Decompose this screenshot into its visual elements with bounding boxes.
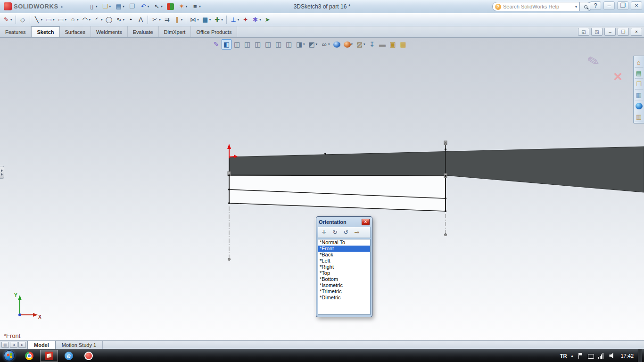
point-icon[interactable]: • xyxy=(126,15,136,25)
repair-sketch-icon[interactable]: ✦ xyxy=(240,15,250,25)
viewport-toggle-left-icon[interactable]: ◱ xyxy=(578,28,589,36)
dropdown-arrow-icon[interactable]: ▾ xyxy=(159,18,161,22)
move-entities-icon[interactable]: ✚▾ xyxy=(212,15,224,25)
orientation-item-bottom[interactable]: *Bottom xyxy=(318,276,370,282)
tab-model[interactable]: Model xyxy=(27,341,56,349)
sketch-origin[interactable] xyxy=(227,144,238,158)
tab-office-products[interactable]: Office Products xyxy=(191,26,237,37)
graphics-area[interactable]: ✎◧◫◫◫◫◫◫◨▾◩▾∞▾▾▨▾↧▬▣▤ xyxy=(0,38,644,340)
language-indicator[interactable]: TR xyxy=(560,353,567,359)
offset-entities-icon[interactable]: ∥▾ xyxy=(172,15,184,25)
mirror-entities-icon[interactable]: ⋈▾ xyxy=(188,15,200,25)
quick-snaps-icon[interactable]: ✱▾ xyxy=(250,15,263,25)
text-icon[interactable]: A xyxy=(136,15,146,25)
clock[interactable]: 17:42 xyxy=(620,353,634,359)
close-button[interactable]: × xyxy=(631,1,642,10)
convert-entities-icon[interactable]: ⇉ xyxy=(162,15,172,25)
tab-features[interactable]: Features xyxy=(0,26,31,37)
dropdown-arrow-icon[interactable]: ▾ xyxy=(186,5,188,8)
display-settings-icon[interactable] xyxy=(588,354,594,359)
tray-expand-icon[interactable]: ▴ xyxy=(571,354,573,358)
reset-standard-views-icon[interactable]: ↺ xyxy=(341,228,351,237)
undo-icon[interactable]: ↶▾ xyxy=(139,1,151,12)
dropdown-arrow-icon[interactable]: ▾ xyxy=(259,18,261,22)
dropdown-arrow-icon[interactable]: ▾ xyxy=(221,18,223,22)
dropdown-arrow-icon[interactable]: ▾ xyxy=(89,18,91,22)
solidworks-logo[interactable]: SOLIDWORKS ▸ xyxy=(0,2,67,10)
network-icon[interactable] xyxy=(598,353,605,359)
edit-sketch-icon[interactable]: ✎▾ xyxy=(1,15,14,25)
dropdown-arrow-icon[interactable]: ▾ xyxy=(96,5,98,8)
dropdown-arrow-icon[interactable]: ▾ xyxy=(238,18,239,22)
options-icon[interactable]: ✶▾ xyxy=(177,1,189,12)
dropdown-arrow-icon[interactable]: ▾ xyxy=(197,18,199,22)
endpoint-dot[interactable] xyxy=(445,175,446,177)
new-view-icon[interactable]: ✛ xyxy=(319,228,329,237)
orientation-item-isometric[interactable]: *Isometric xyxy=(318,282,370,288)
endpoint-dot[interactable] xyxy=(228,174,230,176)
display-relations-icon[interactable]: ⊥▾ xyxy=(229,15,241,25)
sketch-fillet-icon[interactable]: ◜▾ xyxy=(92,15,104,25)
dropdown-arrow-icon[interactable]: ▾ xyxy=(101,18,103,22)
dropdown-arrow-icon[interactable]: ▾ xyxy=(209,18,211,22)
dropdown-arrow-icon[interactable]: ▾ xyxy=(109,5,111,8)
orientation-item-dimetric[interactable]: *Dimetric xyxy=(318,295,370,301)
search-dropdown-icon[interactable]: ▾ xyxy=(575,5,577,9)
orientation-item-back[interactable]: *Back xyxy=(318,252,370,258)
part-face-band[interactable] xyxy=(229,175,446,211)
polygon-icon[interactable]: ◯ xyxy=(104,15,114,25)
endpoint-dot[interactable] xyxy=(324,153,326,155)
linear-pattern-icon[interactable]: ▦▾ xyxy=(200,15,213,25)
restore-button[interactable]: ❐ xyxy=(617,1,628,10)
endpoint-dot[interactable] xyxy=(445,148,446,150)
pin-icon[interactable]: ⊸ xyxy=(352,228,362,237)
orientation-item-front[interactable]: *Front xyxy=(318,246,370,252)
dropdown-arrow-icon[interactable]: ▾ xyxy=(10,18,12,22)
publish-icon[interactable]: ❐ xyxy=(127,1,137,12)
circle-icon[interactable]: ○▾ xyxy=(68,15,80,25)
construction-point[interactable] xyxy=(445,143,447,145)
internet-explorer-taskbar-icon[interactable]: e xyxy=(60,350,78,362)
confirm-sketch-icon[interactable]: ✎ xyxy=(586,51,601,70)
orientation-item-right[interactable]: *Right xyxy=(318,264,370,270)
tab-motion-study-1[interactable]: Motion Study 1 xyxy=(56,341,103,349)
show-desktop-button[interactable] xyxy=(638,349,642,362)
smart-dimension-icon[interactable]: ◇ xyxy=(18,15,28,25)
doc-close-button[interactable]: × xyxy=(631,28,642,36)
design-library-icon[interactable]: ▤ xyxy=(635,68,644,79)
tab-surfaces[interactable]: Surfaces xyxy=(60,26,91,37)
tab-sketch[interactable]: Sketch xyxy=(31,26,59,37)
start-button[interactable] xyxy=(4,350,15,361)
dropdown-arrow-icon[interactable]: ▾ xyxy=(199,5,201,8)
endpoint-dot[interactable] xyxy=(228,189,230,190)
dropdown-arrow-icon[interactable]: ▾ xyxy=(41,18,43,22)
save-icon[interactable]: ▤▾ xyxy=(114,1,126,12)
dropdown-arrow-icon[interactable]: ▾ xyxy=(148,5,149,8)
orientation-dialog-titlebar[interactable]: Orientation × xyxy=(317,218,371,226)
orientation-item-top[interactable]: *Top xyxy=(318,270,370,276)
custom-properties-icon[interactable]: ▥ xyxy=(635,111,644,122)
file-properties-icon[interactable]: ≡▾ xyxy=(190,1,202,12)
tab-dimxpert[interactable]: DimXpert xyxy=(159,26,191,37)
endpoint-dot[interactable] xyxy=(445,197,446,199)
spline-icon[interactable]: ∿▾ xyxy=(114,15,126,25)
orientation-item-normalto[interactable]: *Normal To xyxy=(318,239,370,246)
dropdown-arrow-icon[interactable]: ▾ xyxy=(77,18,79,22)
tab-evaluate[interactable]: Evaluate xyxy=(128,26,159,37)
pane-splitter-icon[interactable]: ▥ xyxy=(1,342,9,348)
dropdown-arrow-icon[interactable]: ▾ xyxy=(181,18,183,22)
viewport-toggle-right-icon[interactable]: ◳ xyxy=(591,28,603,36)
doc-restore-button[interactable]: ❐ xyxy=(618,28,629,36)
solidworks-resources-icon[interactable]: ⌂ xyxy=(635,57,644,68)
tab-scroll-right-icon[interactable]: ▸ xyxy=(18,342,26,348)
dropdown-arrow-icon[interactable]: ▾ xyxy=(123,18,125,22)
orientation-item-left[interactable]: *Left xyxy=(318,258,370,264)
chrome-taskbar-icon[interactable] xyxy=(20,350,38,362)
search-input[interactable]: ? Search SolidWorks Help ▾ xyxy=(492,2,580,11)
construction-point[interactable] xyxy=(228,258,231,261)
endpoint-dot[interactable] xyxy=(445,210,446,212)
file-explorer-icon[interactable]: ❒ xyxy=(635,79,644,90)
solidworks-taskbar-icon[interactable] xyxy=(40,350,58,362)
orientation-close-button[interactable]: × xyxy=(362,219,370,225)
new-document-icon[interactable]: ▯▾ xyxy=(87,1,99,12)
